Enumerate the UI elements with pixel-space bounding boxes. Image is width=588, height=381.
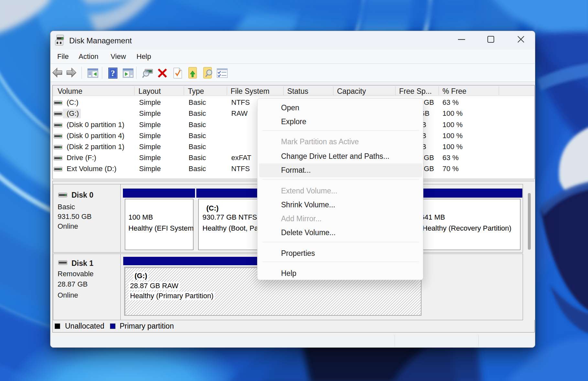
svg-text:?: ? bbox=[111, 69, 115, 78]
